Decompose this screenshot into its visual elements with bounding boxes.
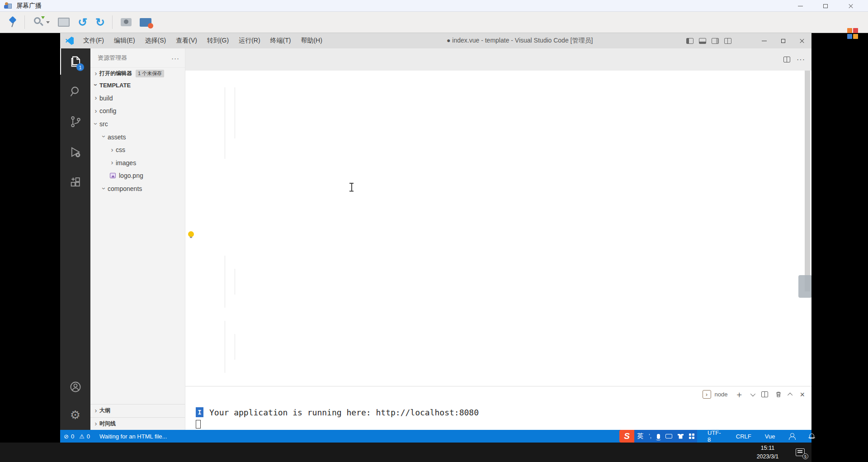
tree-root-template[interactable]: ›TEMPLATE [90,79,185,92]
split-editor-icon[interactable] [783,57,790,62]
terminal-cursor [196,420,201,429]
tree-item-assets[interactable]: ›assets [90,130,185,143]
terminal-output: I Your application is running here: http… [196,407,479,417]
terminal-output-text: Your application is running here: http:/… [209,408,479,417]
camera-icon[interactable] [121,18,132,26]
editor [185,71,811,386]
chevron-collapsed-icon: › [108,158,116,166]
ime-toolbox-icon[interactable] [689,433,694,439]
maximize-panel-icon[interactable] [788,392,793,397]
minimap-slider[interactable] [798,275,811,298]
toggle-secondary-sidebar-icon[interactable] [712,38,719,44]
broadcast-close-button[interactable] [838,0,863,12]
tree-item-config[interactable]: ›config [90,105,185,118]
feedback-icon[interactable] [788,433,795,439]
warnings-count[interactable]: 0 [87,433,90,440]
kill-terminal-trash-icon[interactable] [775,391,782,398]
menu-item[interactable]: 帮助(H) [296,33,327,48]
vscode-restore-button[interactable] [774,33,793,48]
taskbar-clock[interactable]: 15:11 2023/3/1 [750,443,786,462]
clock-time: 15:11 [761,444,774,452]
tree-item-components[interactable]: ›components [90,182,185,195]
undo-icon[interactable]: ↺ [78,17,87,28]
tree-item-label: build [99,95,113,102]
toggle-sidebar-icon[interactable] [686,38,693,44]
menu-item[interactable]: 文件(F) [78,33,109,48]
errors-icon[interactable]: ⊘ [64,433,69,440]
terminal-shell-icon: › [703,390,711,399]
menu-item[interactable]: 选择(S) [140,33,171,48]
pin-icon[interactable] [8,17,17,28]
tree-item-logo-png[interactable]: logo.png [90,169,185,182]
vscode-minimize-button[interactable] [755,33,774,48]
lightbulb-icon[interactable] [188,231,194,237]
tree-item-label: assets [108,133,126,141]
editor-tabbar: ··· [185,48,811,71]
ime-language-mode[interactable]: 英 [637,432,643,440]
menu-item[interactable]: 转到(G) [202,33,234,48]
terminal-dropdown-icon[interactable] [750,391,755,396]
extensions-icon[interactable] [60,169,90,195]
monitor-icon[interactable] [58,18,70,27]
broadcast-title: 屏幕广播 [16,2,42,10]
encoding-indicator[interactable]: UTF-8 [708,429,722,443]
account-icon[interactable] [60,374,90,400]
broadcast-minimize-button[interactable] [788,0,813,12]
wall-layout-icon[interactable] [847,28,858,39]
ime-keyboard-icon[interactable] [665,434,672,438]
eol-indicator[interactable]: CRLF [736,433,751,440]
notifications-bell-icon[interactable] [809,433,814,439]
open-editors-section[interactable]: › 打开的编辑器 1 个未保存 [90,67,185,79]
sogou-ime-logo[interactable]: S [619,430,634,443]
vscode-close-button[interactable] [793,33,811,48]
run-debug-icon[interactable] [60,139,90,165]
redo-icon[interactable]: ↻ [95,17,105,28]
split-terminal-icon[interactable] [761,391,768,397]
tree-item-label: logo.png [119,172,143,179]
warnings-icon[interactable]: ⚠ [79,433,85,440]
image-file-icon [108,173,117,178]
ime-mic-icon[interactable] [657,434,660,439]
zoom-tool-icon[interactable] [33,16,50,28]
minimap[interactable] [766,71,805,360]
tree-item-css[interactable]: ›css [90,143,185,157]
status-message: Waiting for an HTML file... [99,433,167,440]
menu-item[interactable]: 终端(T) [265,33,296,48]
editor-scrollbar[interactable] [805,71,810,291]
tree-item-src[interactable]: ›src [90,118,185,131]
search-icon[interactable] [60,78,90,105]
timeline-section[interactable]: › 时间线 [90,417,185,430]
tree-item-images[interactable]: ›images [90,157,185,170]
customize-layout-icon[interactable] [724,38,731,44]
sidebar-more-actions-icon[interactable]: ··· [171,54,179,62]
tree-item-label: src [99,120,108,128]
action-center-icon[interactable]: 5 [790,443,810,462]
settings-gear-icon[interactable]: ⚙ [60,402,90,428]
language-mode-indicator[interactable]: Vue [765,433,775,440]
source-control-icon[interactable] [60,109,90,135]
tree-item-label: components [108,185,142,192]
menu-item[interactable]: 运行(R) [234,33,265,48]
menu-item[interactable]: 编辑(E) [109,33,140,48]
mouse-cursor [349,183,354,192]
menu-item[interactable]: 查看(V) [171,33,202,48]
ime-punctuation[interactable]: ’, [649,433,651,439]
activity-bar: 1 ⚙ [60,48,90,430]
menubar: 文件(F)编辑(E)选择(S)查看(V)转到(G)运行(R)终端(T)帮助(H) [78,33,327,48]
ime-skin-icon[interactable] [678,434,684,439]
editor-more-actions-icon[interactable]: ··· [797,56,805,64]
sidebar-title: 资源管理器 [98,54,171,62]
broadcast-maximize-button[interactable] [813,0,838,12]
outline-section[interactable]: › 大纲 [90,404,185,417]
broadcast-toolbar: ↺ ↻ [0,12,868,33]
toggle-panel-icon[interactable] [699,38,706,44]
screen-share-icon[interactable] [140,18,151,27]
errors-count[interactable]: 0 [71,433,74,440]
shell-name[interactable]: node [715,391,728,398]
close-panel-icon[interactable]: × [800,391,805,399]
code-area[interactable] [185,82,811,386]
tree-item-build[interactable]: ›build [90,92,185,105]
chevron-collapsed-icon: › [92,94,99,101]
new-terminal-icon[interactable]: ＋ [735,390,743,399]
explorer-icon[interactable]: 1 [60,48,90,75]
